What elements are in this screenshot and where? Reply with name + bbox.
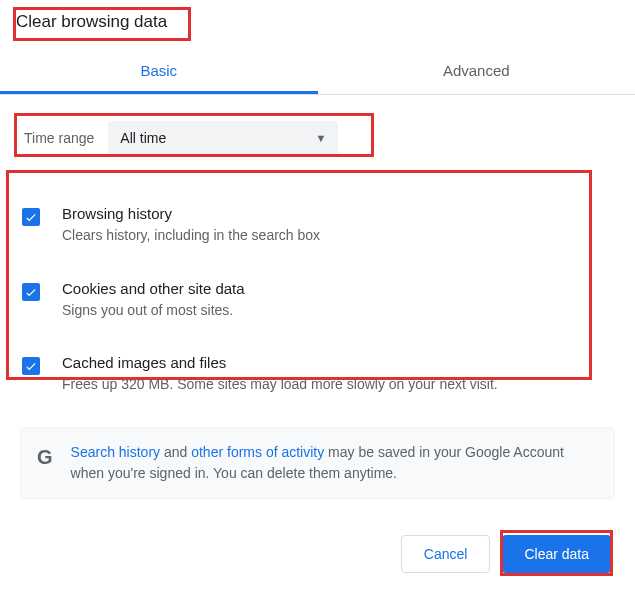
item-title: Cached images and files [62,354,613,371]
check-icon [24,359,38,373]
clear-data-button[interactable]: Clear data [502,535,611,573]
cancel-button[interactable]: Cancel [401,535,491,573]
options-list: Browsing history Clears history, includi… [20,193,615,417]
checkbox-cache[interactable] [22,357,40,375]
item-title: Browsing history [62,205,613,222]
time-range-value: All time [120,130,166,146]
check-icon [24,285,38,299]
item-desc: Frees up 320 MB. Some sites may load mor… [62,375,613,395]
time-range-row: Time range All time ▼ [20,113,615,163]
clear-browsing-data-dialog: Clear browsing data Basic Advanced Time … [0,0,635,499]
tab-advanced[interactable]: Advanced [318,48,636,94]
list-item: Cookies and other site data Signs you ou… [20,268,615,343]
dialog-buttons: Cancel Clear data [401,535,611,573]
checkbox-browsing-history[interactable] [22,208,40,226]
list-item: Browsing history Clears history, includi… [20,193,615,268]
notice-text: Search history and other forms of activi… [71,442,598,484]
tabs: Basic Advanced [0,48,635,95]
item-desc: Signs you out of most sites. [62,301,613,321]
list-item: Cached images and files Frees up 320 MB.… [20,342,615,417]
dialog-title: Clear browsing data [0,0,183,42]
google-icon: G [37,446,53,469]
other-activity-link[interactable]: other forms of activity [191,444,324,460]
search-history-link[interactable]: Search history [71,444,160,460]
google-account-notice: G Search history and other forms of acti… [20,427,615,499]
time-range-label: Time range [24,130,94,146]
tab-basic[interactable]: Basic [0,48,318,94]
checkbox-cookies[interactable] [22,283,40,301]
chevron-down-icon: ▼ [315,132,326,144]
item-title: Cookies and other site data [62,280,613,297]
check-icon [24,210,38,224]
item-desc: Clears history, including in the search … [62,226,613,246]
time-range-dropdown[interactable]: All time ▼ [108,121,338,155]
